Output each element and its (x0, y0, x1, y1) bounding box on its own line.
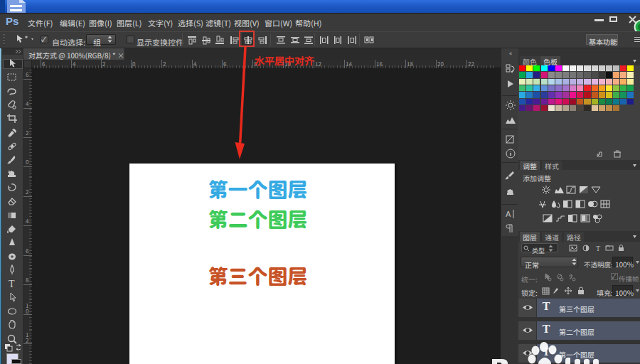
svg-text:T: T (596, 245, 600, 252)
svg-text:T: T (9, 279, 15, 289)
svg-text:A: A (506, 210, 511, 218)
